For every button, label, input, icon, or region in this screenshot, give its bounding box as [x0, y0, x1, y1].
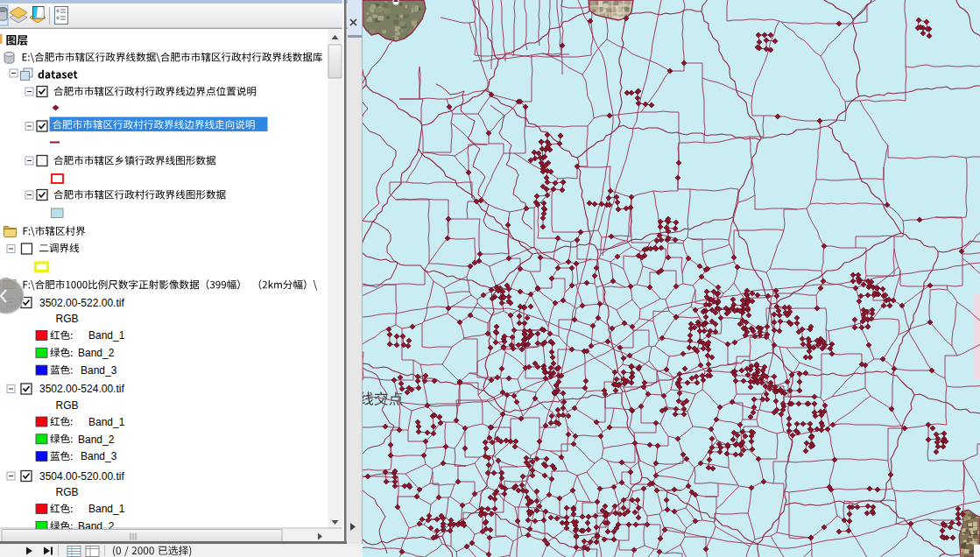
svg-text:3504.00-520.00.tif: 3504.00-520.00.tif — [39, 470, 124, 483]
svg-text:Band_1: Band_1 — [88, 416, 125, 428]
svg-text:RGB: RGB — [56, 399, 79, 412]
svg-text:Band_1: Band_1 — [88, 503, 125, 515]
svg-text:Band_2: Band_2 — [78, 434, 115, 446]
svg-text:3502.00-524.00.tif: 3502.00-524.00.tif — [39, 383, 124, 395]
svg-text:RGB: RGB — [56, 486, 79, 498]
svg-text:3502.00-522.00.tif: 3502.00-522.00.tif — [39, 297, 124, 309]
svg-text:Band_1: Band_1 — [88, 329, 125, 342]
svg-text:Band_3: Band_3 — [81, 364, 117, 377]
svg-text:RGB: RGB — [56, 313, 79, 325]
svg-text:Band_2: Band_2 — [78, 347, 115, 359]
svg-text:Band_3: Band_3 — [81, 450, 117, 462]
